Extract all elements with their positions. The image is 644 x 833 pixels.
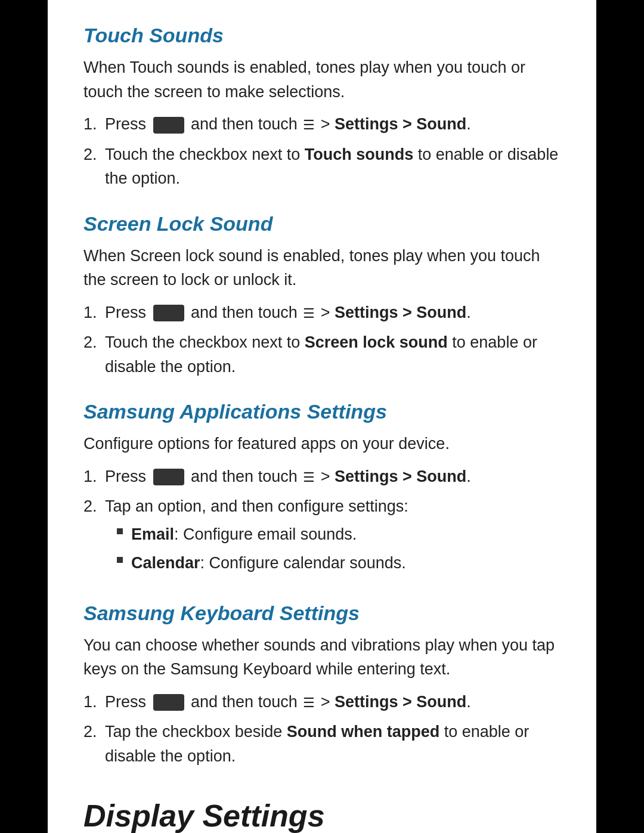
bullet-text: Email: Configure email sounds. xyxy=(131,522,357,547)
list-num: 2. xyxy=(83,720,105,744)
list-content: Press and then touch ☰ > Settings > Soun… xyxy=(105,301,561,325)
home-button xyxy=(153,694,184,711)
bullet-list: Email: Configure email sounds. Calendar:… xyxy=(117,522,561,575)
list-num: 2. xyxy=(83,143,105,167)
display-settings-heading: Display Settings xyxy=(83,798,561,833)
list-item: 2. Tap an option, and then configure set… xyxy=(83,494,561,580)
home-button xyxy=(153,305,184,321)
list-content: Touch the checkbox next to Screen lock s… xyxy=(105,330,561,379)
bullet-item-email: Email: Configure email sounds. xyxy=(117,522,561,547)
screen-lock-sound-steps: 1. Press and then touch ☰ > Settings > S… xyxy=(83,301,561,379)
home-button xyxy=(153,469,184,485)
bullet-icon xyxy=(117,528,123,534)
list-item: 1. Press and then touch ☰ > Settings > S… xyxy=(83,112,561,137)
home-button xyxy=(153,117,184,134)
list-item: 2. Touch the checkbox next to Screen loc… xyxy=(83,330,561,379)
list-content: Press and then touch ☰ > Settings > Soun… xyxy=(105,465,561,489)
samsung-keyboard-description: You can choose whether sounds and vibrat… xyxy=(83,633,561,682)
samsung-apps-steps: 1. Press and then touch ☰ > Settings > S… xyxy=(83,465,561,580)
menu-icon: ☰ xyxy=(303,115,315,135)
list-item: 1. Press and then touch ☰ > Settings > S… xyxy=(83,301,561,325)
touch-sounds-heading: Touch Sounds xyxy=(83,24,561,47)
bullet-text: Calendar: Configure calendar sounds. xyxy=(131,551,406,575)
menu-icon: ☰ xyxy=(303,304,315,323)
list-num: 1. xyxy=(83,112,105,137)
screen-lock-sound-description: When Screen lock sound is enabled, tones… xyxy=(83,244,561,292)
samsung-keyboard-heading: Samsung Keyboard Settings xyxy=(83,602,561,625)
page: Touch Sounds When Touch sounds is enable… xyxy=(48,0,596,833)
list-num: 1. xyxy=(83,301,105,325)
list-content: Touch the checkbox next to Touch sounds … xyxy=(105,143,561,191)
list-item: 2. Touch the checkbox next to Touch soun… xyxy=(83,143,561,191)
list-content: Press and then touch ☰ > Settings > Soun… xyxy=(105,690,561,714)
screen-lock-sound-heading: Screen Lock Sound xyxy=(83,212,561,236)
list-content: Press and then touch ☰ > Settings > Soun… xyxy=(105,112,561,137)
bullet-icon xyxy=(117,557,123,563)
list-item: 1. Press and then touch ☰ > Settings > S… xyxy=(83,690,561,714)
list-num: 1. xyxy=(83,465,105,489)
list-content: Tap the checkbox beside Sound when tappe… xyxy=(105,720,561,768)
samsung-apps-description: Configure options for featured apps on y… xyxy=(83,432,561,456)
menu-icon: ☰ xyxy=(303,693,315,713)
menu-icon: ☰ xyxy=(303,467,315,487)
samsung-apps-heading: Samsung Applications Settings xyxy=(83,400,561,423)
list-num: 1. xyxy=(83,690,105,714)
bullet-item-calendar: Calendar: Configure calendar sounds. xyxy=(117,551,561,575)
touch-sounds-steps: 1. Press and then touch ☰ > Settings > S… xyxy=(83,112,561,191)
list-item: 2. Tap the checkbox beside Sound when ta… xyxy=(83,720,561,768)
list-item: 1. Press and then touch ☰ > Settings > S… xyxy=(83,465,561,489)
list-content: Tap an option, and then configure settin… xyxy=(105,494,561,580)
samsung-keyboard-steps: 1. Press and then touch ☰ > Settings > S… xyxy=(83,690,561,769)
touch-sounds-description: When Touch sounds is enabled, tones play… xyxy=(83,55,561,104)
list-num: 2. xyxy=(83,494,105,519)
list-num: 2. xyxy=(83,330,105,355)
